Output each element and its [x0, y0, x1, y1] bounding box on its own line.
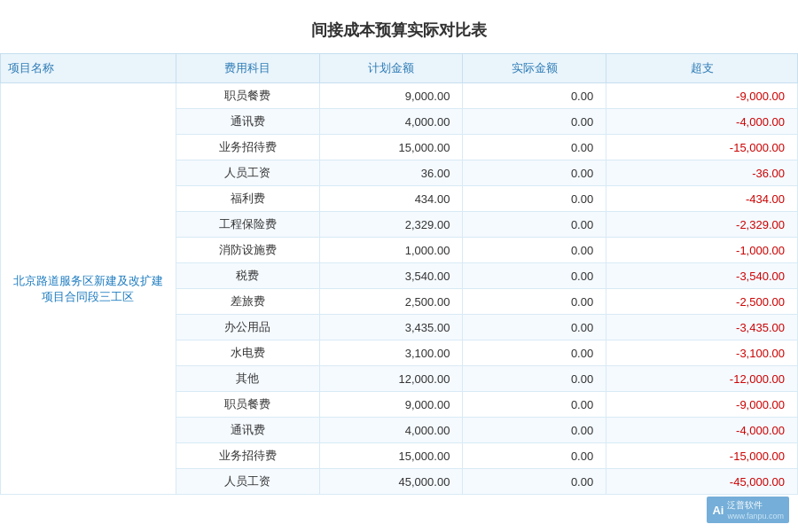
plan-amount-cell: 2,500.00 — [319, 289, 463, 315]
table-header-row: 项目名称 费用科目 计划金额 实际金额 超支 — [1, 54, 798, 83]
fee-type-cell: 人员工资 — [176, 469, 319, 495]
over-budget-cell: -36.00 — [606, 160, 798, 186]
fee-type-cell: 税费 — [176, 263, 319, 289]
fee-type-cell: 业务招待费 — [176, 135, 319, 160]
watermark-brand: 泛普软件 — [727, 499, 784, 511]
over-budget-cell: -3,100.00 — [606, 340, 798, 366]
plan-amount-cell: 434.00 — [319, 186, 463, 212]
plan-amount-cell: 3,540.00 — [319, 263, 463, 289]
fee-type-cell: 其他 — [176, 366, 319, 392]
plan-amount-cell: 15,000.00 — [319, 135, 463, 160]
over-budget-cell: -45,000.00 — [606, 469, 798, 495]
actual-amount-cell: 0.00 — [463, 315, 606, 340]
actual-amount-cell: 0.00 — [463, 109, 606, 135]
actual-amount-cell: 0.00 — [463, 392, 606, 418]
over-budget-cell: -3,435.00 — [606, 315, 798, 340]
plan-amount-cell: 9,000.00 — [319, 392, 463, 418]
watermark-box: Ai 泛普软件 www.fanpu.com — [707, 497, 789, 523]
over-budget-cell: -9,000.00 — [606, 392, 798, 418]
plan-amount-cell: 3,100.00 — [319, 340, 463, 366]
plan-amount-cell: 36.00 — [319, 160, 463, 186]
actual-amount-cell: 0.00 — [463, 289, 606, 315]
plan-amount-cell: 1,000.00 — [319, 238, 463, 263]
over-budget-cell: -1,000.00 — [606, 238, 798, 263]
actual-amount-cell: 0.00 — [463, 263, 606, 289]
header-fee-type: 费用科目 — [176, 54, 319, 83]
over-budget-cell: -2,500.00 — [606, 289, 798, 315]
page-wrapper: 间接成本预算实际对比表 项目名称 费用科目 计划金额 实际金额 超支 北京路道服… — [0, 0, 798, 532]
actual-amount-cell: 0.00 — [463, 469, 606, 495]
table-container: 项目名称 费用科目 计划金额 实际金额 超支 北京路道服务区新建及改扩建项目合同… — [0, 53, 798, 495]
page-title: 间接成本预算实际对比表 — [0, 0, 798, 53]
header-over-budget: 超支 — [606, 54, 798, 83]
fee-type-cell: 业务招待费 — [176, 443, 319, 469]
fee-type-cell: 消防设施费 — [176, 238, 319, 263]
header-project: 项目名称 — [1, 54, 176, 83]
plan-amount-cell: 12,000.00 — [319, 366, 463, 392]
plan-amount-cell: 45,000.00 — [319, 469, 463, 495]
watermark-ai-label: Ai — [712, 504, 724, 517]
fee-type-cell: 职员餐费 — [176, 392, 319, 418]
over-budget-cell: -4,000.00 — [606, 418, 798, 443]
fee-type-cell: 人员工资 — [176, 160, 319, 186]
actual-amount-cell: 0.00 — [463, 238, 606, 263]
watermark-url: www.fanpu.com — [727, 512, 784, 520]
plan-amount-cell: 4,000.00 — [319, 109, 463, 135]
plan-amount-cell: 9,000.00 — [319, 83, 463, 109]
fee-type-cell: 通讯费 — [176, 109, 319, 135]
plan-amount-cell: 3,435.00 — [319, 315, 463, 340]
over-budget-cell: -4,000.00 — [606, 109, 798, 135]
over-budget-cell: -434.00 — [606, 186, 798, 212]
fee-type-cell: 工程保险费 — [176, 212, 319, 238]
table-row: 北京路道服务区新建及改扩建项目合同段三工区职员餐费9,000.000.00-9,… — [1, 83, 798, 109]
actual-amount-cell: 0.00 — [463, 83, 606, 109]
actual-amount-cell: 0.00 — [463, 418, 606, 443]
fee-type-cell: 通讯费 — [176, 418, 319, 443]
over-budget-cell: -3,540.00 — [606, 263, 798, 289]
plan-amount-cell: 2,329.00 — [319, 212, 463, 238]
actual-amount-cell: 0.00 — [463, 135, 606, 160]
actual-amount-cell: 0.00 — [463, 212, 606, 238]
project-link[interactable]: 北京路道服务区新建及改扩建项目合同段三工区 — [13, 274, 163, 303]
header-plan-amount: 计划金额 — [319, 54, 463, 83]
header-actual-amount: 实际金额 — [463, 54, 606, 83]
fee-type-cell: 福利费 — [176, 186, 319, 212]
over-budget-cell: -9,000.00 — [606, 83, 798, 109]
watermark-info: 泛普软件 www.fanpu.com — [727, 499, 784, 520]
project-name-cell[interactable]: 北京路道服务区新建及改扩建项目合同段三工区 — [1, 83, 176, 495]
over-budget-cell: -2,329.00 — [606, 212, 798, 238]
actual-amount-cell: 0.00 — [463, 340, 606, 366]
over-budget-cell: -15,000.00 — [606, 135, 798, 160]
fee-type-cell: 职员餐费 — [176, 83, 319, 109]
over-budget-cell: -15,000.00 — [606, 443, 798, 469]
main-table: 项目名称 费用科目 计划金额 实际金额 超支 北京路道服务区新建及改扩建项目合同… — [0, 53, 798, 495]
over-budget-cell: -12,000.00 — [606, 366, 798, 392]
actual-amount-cell: 0.00 — [463, 186, 606, 212]
actual-amount-cell: 0.00 — [463, 443, 606, 469]
actual-amount-cell: 0.00 — [463, 366, 606, 392]
plan-amount-cell: 4,000.00 — [319, 418, 463, 443]
fee-type-cell: 水电费 — [176, 340, 319, 366]
watermark: Ai 泛普软件 www.fanpu.com — [707, 497, 789, 523]
plan-amount-cell: 15,000.00 — [319, 443, 463, 469]
actual-amount-cell: 0.00 — [463, 160, 606, 186]
fee-type-cell: 差旅费 — [176, 289, 319, 315]
fee-type-cell: 办公用品 — [176, 315, 319, 340]
